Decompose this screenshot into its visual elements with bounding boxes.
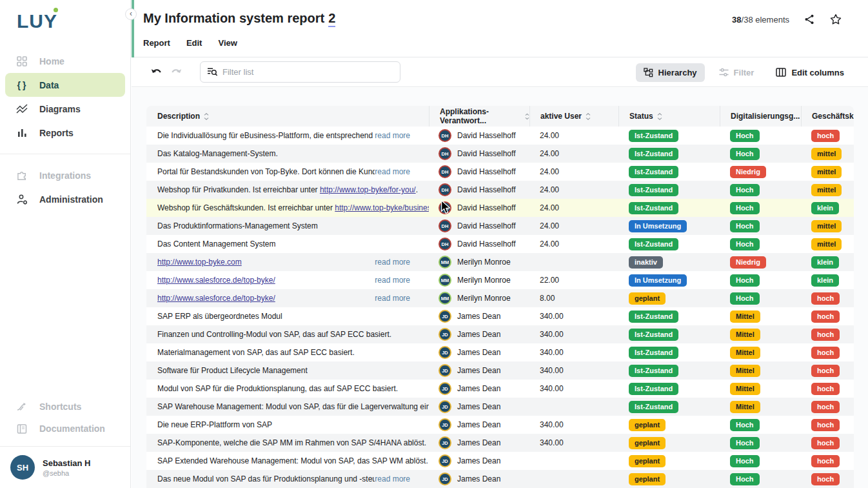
read-more-link[interactable]: read more <box>375 474 410 483</box>
share-button[interactable] <box>804 14 815 25</box>
table-row[interactable]: Portal für Bestandskunden von Top-Byke. … <box>146 163 854 181</box>
active-user-cell: 340.00 <box>529 325 618 343</box>
digitalisierungsgrad-cell: Hoch <box>720 127 801 145</box>
owner-cell: DHDavid Hasselhoff <box>429 181 529 199</box>
digitalisierungsgrad-cell: Mittel <box>720 343 801 361</box>
owner-name: David Hasselhoff <box>457 167 516 176</box>
geschaeftskritikalitaet-cell: hoch <box>801 470 854 488</box>
geschaeftskritikalitaet-cell: hoch <box>801 434 854 452</box>
read-more-link[interactable]: read more <box>375 258 410 267</box>
sidebar-item-data[interactable]: { } Data <box>5 73 125 97</box>
table-row[interactable]: Die Individuallösung für eBusiness-Platt… <box>146 127 854 145</box>
description-link[interactable]: http://www.salesforce.de/top-byke/ <box>157 294 275 303</box>
description-cell: Materialmanagement von SAP, das auf SAP … <box>146 343 429 361</box>
digitalisierungsgrad-badge: Mittel <box>730 310 760 323</box>
description-link[interactable]: http://www.top-byke/for-you/ <box>320 185 416 194</box>
active-user-cell: 340.00 <box>529 307 618 325</box>
sidebar-item-label: Administration <box>39 194 103 205</box>
owner-name: David Hasselhoff <box>457 203 516 212</box>
status-badge: geplant <box>629 437 666 449</box>
user-gear-icon <box>15 194 28 205</box>
description-link[interactable]: http://www.top-byke.com <box>157 258 242 267</box>
table-row[interactable]: Finanzen und Controlling-Modul von SAP, … <box>146 325 854 343</box>
filter-list-input[interactable]: Filter list <box>200 61 400 83</box>
table-row[interactable]: http://www.salesforce.de/top-byke/read m… <box>146 271 854 289</box>
digitalisierungsgrad-badge: Niedrig <box>730 166 766 178</box>
digitalisierungsgrad-cell: Mittel <box>720 398 801 416</box>
column-header-description[interactable]: Description <box>146 106 429 127</box>
digitalisierungsgrad-cell: Mittel <box>720 307 801 325</box>
sidebar-item-reports[interactable]: Reports <box>0 121 130 145</box>
menu-report[interactable]: Report <box>143 38 170 48</box>
column-header-status[interactable]: Status <box>618 106 720 127</box>
table-row[interactable]: Materialmanagement von SAP, das auf SAP … <box>146 343 854 361</box>
description-link[interactable]: http://www.salesforce.de/top-byke/ <box>157 276 275 285</box>
active-user-cell: 24.00 <box>529 235 618 253</box>
sidebar-item-administration[interactable]: Administration <box>0 187 130 211</box>
geschaeftskritikalitaet-badge: mittel <box>811 238 842 250</box>
menu-edit[interactable]: Edit <box>186 38 202 48</box>
sidebar-item-shortcuts[interactable]: Shortcuts <box>0 396 130 418</box>
geschaeftskritikalitaet-cell: mittel <box>801 163 854 181</box>
table-row[interactable]: Das Produktinformations-Management Syste… <box>146 217 854 235</box>
active-user-value: 24.00 <box>540 131 559 140</box>
geschaeftskritikalitaet-badge: mittel <box>811 148 842 160</box>
hierarchy-toggle-button[interactable]: Hierarchy <box>636 63 705 82</box>
digitalisierungsgrad-badge: Hoch <box>730 220 760 232</box>
user-profile[interactable]: SH Sebastian H @sebha <box>0 446 130 488</box>
table-row[interactable]: Modul von SAP für die Produktionsplanung… <box>146 380 854 398</box>
table-row[interactable]: Das neue Modul von SAP das für Produktio… <box>146 470 854 488</box>
avatar: JD <box>439 473 451 485</box>
table-row[interactable]: http://www.top-byke.comread more MMMeril… <box>146 253 854 271</box>
sidebar-item-documentation[interactable]: Documentation <box>0 418 130 440</box>
sidebar-divider <box>0 154 130 154</box>
menubar: Report Edit View <box>143 38 237 48</box>
undo-icon <box>151 68 162 77</box>
menu-view[interactable]: View <box>218 38 237 48</box>
table-row[interactable]: http://www.salesforce.de/top-byke/read m… <box>146 289 854 307</box>
avatar: DH <box>439 129 451 142</box>
avatar: JD <box>439 400 451 413</box>
geschaeftskritikalitaet-cell: hoch <box>801 398 854 416</box>
logo-text: LUY <box>17 10 57 32</box>
sidebar-item-integrations[interactable]: Integrations <box>0 163 130 187</box>
table-row[interactable]: Die neue ERP-Plattform von SAP JDJames D… <box>146 416 854 434</box>
sidebar-collapse-button[interactable]: ‹ <box>125 8 137 20</box>
description-text: http://www.salesforce.de/top-byke/ <box>157 276 275 285</box>
column-header-verantwortlicher[interactable]: Applikations-Verantwort... <box>429 106 529 127</box>
description-cell: SAP Extended Warehouse Management: Modul… <box>146 452 429 470</box>
owner-cell: DHDavid Hasselhoff <box>429 163 529 181</box>
read-more-link[interactable]: read more <box>375 167 410 176</box>
table-row[interactable]: SAP-Komponente, welche die SAP MM im Rah… <box>146 434 854 452</box>
title-number[interactable]: 2 <box>328 11 335 27</box>
table-row[interactable]: Das Content Management System DHDavid Ha… <box>146 235 854 253</box>
redo-button[interactable] <box>171 68 182 77</box>
geschaeftskritikalitaet-badge: mittel <box>811 220 842 232</box>
user-name: Sebastian H <box>43 458 90 468</box>
read-more-link[interactable]: read more <box>375 276 410 285</box>
read-more-link[interactable]: read more <box>375 131 410 140</box>
filter-button[interactable]: Filter <box>711 63 762 82</box>
table-row[interactable]: Software für Product Lifecycle Managemen… <box>146 361 854 380</box>
undo-button[interactable] <box>151 68 162 77</box>
table-row[interactable]: SAP Warehouse Management: Modul von SAP,… <box>146 398 854 416</box>
description-link[interactable]: http://www.top-byke/business/ <box>335 203 429 212</box>
active-user-cell: 24.00 <box>529 181 618 199</box>
table-row[interactable]: Webshop für Privatkunden. Ist erreichbar… <box>146 181 854 199</box>
edit-columns-button[interactable]: Edit columns <box>768 63 852 82</box>
column-header-digitalisierungsgrad[interactable]: Digitalisierungsg... <box>720 106 801 127</box>
table-row[interactable]: Das Katalog-Management-System. DHDavid H… <box>146 145 854 163</box>
sidebar-item-label: Data <box>39 80 59 90</box>
table-row[interactable]: SAP Extended Warehouse Management: Modul… <box>146 452 854 470</box>
sidebar-item-diagrams[interactable]: Diagrams <box>0 97 130 121</box>
sidebar-item-home[interactable]: Home <box>0 49 130 73</box>
digitalisierungsgrad-cell: Hoch <box>720 181 801 199</box>
table-row[interactable]: Webshop für Geschäftskunden. Ist erreich… <box>146 199 854 217</box>
page-title: My Information system report2 <box>143 11 335 26</box>
column-header-aktive-user[interactable]: aktive User <box>529 106 618 127</box>
table-row[interactable]: SAP ERP als übergeordnetes Modul JDJames… <box>146 307 854 325</box>
favorite-button[interactable] <box>829 13 842 26</box>
read-more-link[interactable]: read more <box>375 294 410 303</box>
status-cell: geplant <box>618 434 720 452</box>
column-header-geschaeftskritikalitaet[interactable]: Geschäftskritik <box>801 106 854 127</box>
